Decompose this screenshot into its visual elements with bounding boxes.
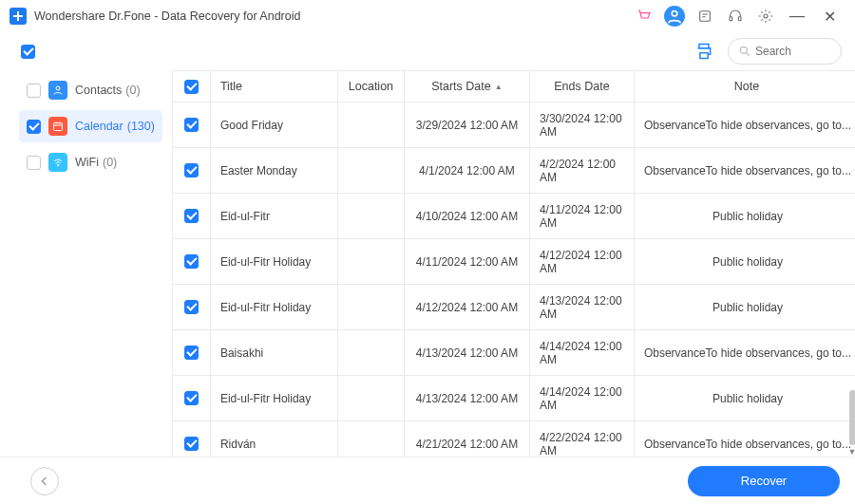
table-row[interactable]: Ridván4/21/2024 12:00 AM4/22/2024 12:00 … xyxy=(173,421,855,457)
cell-ends: 4/13/2024 12:00 AM xyxy=(530,285,635,329)
cell-ends: 4/12/2024 12:00 AM xyxy=(530,239,635,284)
svg-point-10 xyxy=(56,86,60,90)
table-row[interactable]: Baisakhi4/13/2024 12:00 AM4/14/2024 12:0… xyxy=(173,330,855,376)
support-icon[interactable] xyxy=(722,3,749,29)
column-header-location[interactable]: Location xyxy=(338,71,405,102)
column-header-ends[interactable]: Ends Date xyxy=(530,71,635,102)
table-body[interactable]: Good Friday3/29/2024 12:00 AM3/30/2024 1… xyxy=(173,103,855,457)
settings-icon[interactable] xyxy=(752,3,779,29)
cell-location xyxy=(338,376,405,420)
svg-point-12 xyxy=(57,164,58,165)
row-checkbox[interactable] xyxy=(184,345,199,360)
sidebar-item-contacts[interactable]: Contacts (0) xyxy=(19,74,162,106)
cell-ends: 4/22/2024 12:00 AM xyxy=(530,421,635,457)
scroll-down-icon[interactable]: ▼ xyxy=(848,447,855,457)
svg-rect-5 xyxy=(738,17,741,21)
cell-title: Eid-ul-Fitr Holiday xyxy=(211,376,338,420)
minimize-button[interactable]: — xyxy=(783,3,811,29)
svg-rect-11 xyxy=(54,123,63,131)
cell-location xyxy=(338,421,405,457)
cell-note: ObservanceTo hide observances, go to... xyxy=(635,421,855,457)
column-header-starts[interactable]: Starts Date▲ xyxy=(405,71,530,102)
row-checkbox[interactable] xyxy=(184,437,199,451)
row-checkbox[interactable] xyxy=(184,118,199,132)
scrollbar-thumb[interactable] xyxy=(849,390,855,445)
row-checkbox[interactable] xyxy=(184,254,199,269)
back-button[interactable] xyxy=(30,467,59,495)
search-box[interactable] xyxy=(728,38,842,65)
svg-point-1 xyxy=(646,20,648,22)
column-header-title[interactable]: Title xyxy=(211,71,338,102)
table-row[interactable]: Good Friday3/29/2024 12:00 AM3/30/2024 1… xyxy=(173,103,855,148)
select-all-checkbox[interactable] xyxy=(184,80,199,94)
svg-rect-4 xyxy=(730,17,732,21)
row-checkbox[interactable] xyxy=(184,209,199,223)
row-checkbox[interactable] xyxy=(184,300,199,314)
cart-icon[interactable] xyxy=(631,3,657,29)
table-row[interactable]: Eid-ul-Fitr Holiday4/11/2024 12:00 AM4/1… xyxy=(173,239,855,285)
cell-location xyxy=(338,239,405,284)
table-row[interactable]: Easter Monday4/1/2024 12:00 AM4/2/2024 1… xyxy=(173,148,855,194)
cell-starts: 3/29/2024 12:00 AM xyxy=(405,103,530,147)
account-icon[interactable] xyxy=(661,3,688,29)
cell-starts: 4/13/2024 12:00 AM xyxy=(405,376,530,420)
app-logo-icon xyxy=(10,8,27,25)
sort-indicator-icon: ▲ xyxy=(495,83,503,91)
cell-ends: 3/30/2024 12:00 AM xyxy=(530,103,635,147)
cell-starts: 4/1/2024 12:00 AM xyxy=(405,148,530,193)
svg-point-0 xyxy=(641,20,643,22)
cell-starts: 4/12/2024 12:00 AM xyxy=(405,285,530,329)
titlebar: Wondershare Dr.Fone - Data Recovery for … xyxy=(0,0,855,32)
cell-title: Baisakhi xyxy=(211,330,338,375)
svg-rect-3 xyxy=(700,11,711,22)
cell-starts: 4/13/2024 12:00 AM xyxy=(405,330,530,375)
svg-point-6 xyxy=(764,14,768,18)
cell-ends: 4/14/2024 12:00 AM xyxy=(530,330,635,375)
svg-rect-8 xyxy=(700,53,708,59)
sidebar-item-calendar[interactable]: Calendar (130) xyxy=(19,110,162,142)
svg-point-2 xyxy=(672,11,677,17)
contacts-icon xyxy=(48,81,67,100)
table-row[interactable]: Eid-ul-Fitr Holiday4/12/2024 12:00 AM4/1… xyxy=(173,285,855,330)
scrollbar[interactable]: ▼ xyxy=(847,390,855,457)
cell-title: Ridván xyxy=(211,421,338,457)
column-header-note[interactable]: Note xyxy=(635,71,855,102)
cell-note: ObservanceTo hide observances, go to... xyxy=(635,103,855,147)
svg-point-9 xyxy=(740,47,747,53)
feedback-icon[interactable] xyxy=(692,3,718,29)
sidebar-checkbox-wifi[interactable] xyxy=(27,156,41,170)
sidebar-checkbox-contacts[interactable] xyxy=(27,84,41,98)
cell-note: Public holiday xyxy=(635,285,855,329)
sidebar-checkbox-calendar[interactable] xyxy=(27,120,41,134)
cell-note: Public holiday xyxy=(635,194,855,238)
sidebar-item-label: Calendar xyxy=(75,120,124,133)
cell-ends: 4/14/2024 12:00 AM xyxy=(530,376,635,420)
master-checkbox[interactable] xyxy=(21,45,35,59)
search-input[interactable] xyxy=(755,45,822,58)
row-checkbox[interactable] xyxy=(184,391,199,405)
cell-title: Eid-ul-Fitr Holiday xyxy=(211,285,338,329)
sidebar-item-count: (0) xyxy=(103,156,117,169)
wifi-icon xyxy=(48,153,67,172)
row-checkbox[interactable] xyxy=(184,163,199,177)
cell-note: ObservanceTo hide observances, go to... xyxy=(635,148,855,193)
close-button[interactable]: ✕ xyxy=(815,3,844,29)
sidebar-item-wifi[interactable]: WiFi (0) xyxy=(19,146,162,178)
cell-ends: 4/11/2024 12:00 AM xyxy=(530,194,635,238)
cell-note: Public holiday xyxy=(635,376,855,420)
print-icon[interactable] xyxy=(690,37,718,65)
footer: Recover xyxy=(0,457,855,504)
table-row[interactable]: Eid-ul-Fitr Holiday4/13/2024 12:00 AM4/1… xyxy=(173,376,855,421)
sidebar-item-count: (130) xyxy=(127,120,155,133)
table-row[interactable]: Eid-ul-Fitr4/10/2024 12:00 AM4/11/2024 1… xyxy=(173,194,855,239)
cell-ends: 4/2/2024 12:00 AM xyxy=(530,148,635,193)
recover-button[interactable]: Recover xyxy=(688,466,840,496)
sidebar-item-label: WiFi xyxy=(75,156,99,169)
sidebar: Contacts (0) Calendar (130) WiFi (0) xyxy=(0,70,172,457)
cell-note: ObservanceTo hide observances, go to... xyxy=(635,330,855,375)
cell-location xyxy=(338,285,405,329)
cell-title: Eid-ul-Fitr Holiday xyxy=(211,239,338,284)
cell-location xyxy=(338,330,405,375)
cell-location xyxy=(338,148,405,193)
app-title: Wondershare Dr.Fone - Data Recovery for … xyxy=(34,9,300,23)
